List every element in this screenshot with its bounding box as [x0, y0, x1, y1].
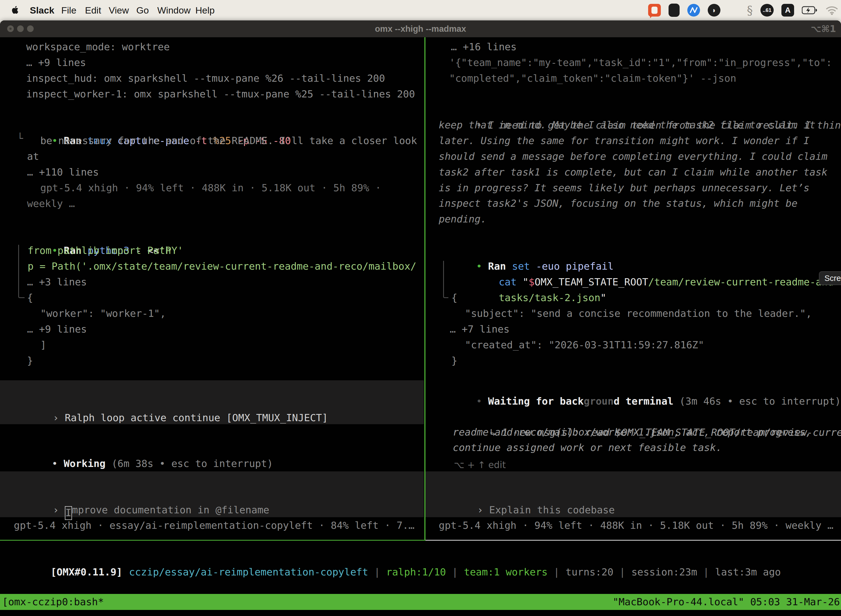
- output-connector-line: [18, 245, 25, 298]
- model-status-left: gpt-5.4 xhigh · essay/ai-reimplementatio…: [14, 518, 415, 533]
- pane-border-right: [425, 540, 841, 541]
- menu-item-help[interactable]: Help: [195, 0, 215, 21]
- wifi-icon[interactable]: [826, 6, 838, 15]
- apple-menu-icon[interactable]: [12, 5, 19, 16]
- command-output: be necessary for the end of the README. …: [40, 133, 417, 148]
- model-status-right: gpt-5.4 xhigh · 94% left · 488K in · 5.1…: [439, 518, 833, 533]
- shimmer-text: groun: [584, 396, 614, 407]
- log-line-inspect-worker: inspect_worker-1: omx sparkshell --tmux-…: [26, 86, 415, 102]
- menu-item-file[interactable]: File: [61, 0, 76, 21]
- collapsed-lines-indicator[interactable]: … +9 lines: [26, 55, 86, 70]
- thinking-text: pending.: [439, 211, 486, 227]
- session-duration: session:23m: [631, 566, 697, 578]
- json-output: "created_at": "2026-03-31T11:59:27.816Z": [465, 337, 704, 353]
- window-title: omx --xhigh --madmax: [0, 21, 841, 37]
- title-bar[interactable]: omx --xhigh --madmax ⌥⌘1: [0, 21, 841, 38]
- token-usage-line: gpt-5.4 xhigh · 94% left · 488K in · 5.1…: [40, 180, 381, 196]
- edit-hint: ⌥ + ↑ edit: [454, 457, 506, 473]
- file-path: /team/review-current-readme-and-reco/: [648, 276, 841, 287]
- collapsed-lines-indicator[interactable]: … +9 lines: [27, 321, 87, 337]
- authenticator-icon[interactable]: [668, 4, 680, 17]
- prompt-chevron-icon: ›: [53, 504, 64, 516]
- command-json-arg: '{"team_name":"my-team","task_id":"1","f…: [449, 55, 832, 70]
- menu-bar-status-icons: ◗ § ..61 A: [648, 0, 838, 21]
- tooltip-text: Scre: [825, 274, 841, 283]
- chevron-icon: ›: [53, 412, 64, 423]
- thinking-text: should send a message before completing …: [439, 148, 828, 164]
- omx-project-path: cczip/essay/ai-reimplementation-copyleft: [129, 566, 368, 578]
- command-output: at: [27, 148, 39, 164]
- working-label: Working: [64, 458, 105, 469]
- desktop: Slack File Edit View Go Window Help ◗ § …: [0, 0, 841, 616]
- heredoc-code: from pathlib import Path: [28, 243, 171, 258]
- mailbox-message: readme-and-reco/mailbox/worker-1.json, a…: [453, 424, 812, 440]
- pane-border-left: [0, 540, 424, 541]
- token-usage-line: weekly …: [27, 196, 75, 211]
- prompt-placeholder: mprove documentation in @filename: [72, 504, 269, 516]
- menu-bar: Slack File Edit View Go Window Help ◗ § …: [0, 0, 841, 21]
- screenshot-app-icon[interactable]: [648, 4, 661, 16]
- menu-item-view[interactable]: View: [109, 0, 129, 21]
- log-line-workspace-mode: workspace_mode: worktree: [26, 39, 170, 55]
- terminal-content: workspace_mode: worktree … +9 lines insp…: [0, 37, 841, 616]
- menu-item-edit[interactable]: Edit: [85, 0, 101, 21]
- json-output: {: [27, 290, 33, 305]
- json-output: "worker": "worker-1",: [40, 305, 166, 321]
- waiting-meta: (3m 46s • esc to interrupt): [674, 396, 841, 407]
- tmux-session-name[interactable]: [omx-cczip0:bash*: [2, 594, 104, 610]
- status-bullet-icon: •: [51, 458, 63, 469]
- menu-item-go[interactable]: Go: [136, 0, 149, 21]
- moon-icon[interactable]: ◗: [708, 4, 721, 16]
- output-connector-line: [443, 261, 448, 298]
- omx-status-line: [OMX#0.11.9]cczip/essay/ai-reimplementat…: [3, 549, 781, 595]
- menu-item-window[interactable]: Window: [157, 0, 190, 21]
- team-workers: team:1 workers: [464, 566, 547, 578]
- thinking-text: inspect task2's JSON, focusing on the st…: [439, 195, 797, 211]
- grid-icon[interactable]: [728, 5, 739, 16]
- battery-icon[interactable]: [802, 6, 818, 14]
- squiggle-icon[interactable]: §: [747, 4, 753, 17]
- heredoc-code: p = Path('.omx/state/team/review-current…: [28, 258, 416, 274]
- json-output: }: [451, 353, 457, 368]
- mailbox-message: continue assigned work or next feasible …: [453, 440, 722, 455]
- window-shortcut-hint: ⌥⌘1: [811, 21, 836, 37]
- status-bullet-icon: •: [476, 396, 488, 407]
- menu-app-name[interactable]: Slack: [30, 0, 54, 21]
- usage-badge-icon[interactable]: ..61: [760, 4, 774, 16]
- input-source-icon[interactable]: A: [781, 4, 794, 16]
- json-output: ]: [40, 337, 46, 353]
- collapsed-lines-indicator[interactable]: … +110 lines: [27, 164, 99, 180]
- collapsed-lines-indicator[interactable]: … +3 lines: [27, 274, 87, 290]
- tmux-status-bar: [omx-cczip0:bash* "MacBook-Pro-44.local"…: [0, 594, 841, 610]
- sync-badge-icon[interactable]: [687, 4, 700, 16]
- json-output: }: [27, 353, 33, 368]
- terminal-window: omx --xhigh --madmax ⌥⌘1 workspace_mode:…: [0, 21, 841, 616]
- output-corner-icon: └: [17, 131, 23, 146]
- tmux-host-clock: "MacBook-Pro-44.local" 05:03 31-Mar-26: [612, 594, 840, 610]
- command-json-arg: "completed","claim_token":"claim-token"}…: [449, 70, 736, 86]
- ralph-loop-banner-text: › Ralph loop active continue [OMX_TMUX_I…: [5, 394, 328, 441]
- collapsed-lines-indicator[interactable]: … +16 lines: [451, 39, 517, 55]
- screenshot-tooltip: Scre: [819, 271, 841, 285]
- ralph-counter: ralph:1/10: [386, 566, 446, 578]
- thinking-text: is in progress? It seems likely but perh…: [439, 180, 810, 196]
- file-path: tasks/task-2.json: [498, 292, 600, 303]
- json-output: "subject": "send a concise recommendatio…: [465, 305, 812, 321]
- thinking-text: task2 after task1 is complete, but can I…: [439, 164, 828, 180]
- last-activity: last:3m ago: [715, 566, 781, 578]
- pane-divider[interactable]: [424, 37, 425, 541]
- log-line-inspect-hud: inspect_hud: omx sparkshell --tmux-pane …: [26, 70, 385, 86]
- collapsed-lines-indicator[interactable]: … +7 lines: [450, 321, 510, 337]
- prompt-placeholder: Explain this codebase: [489, 504, 615, 516]
- thinking-text: later. Using the same for transition mig…: [439, 133, 810, 148]
- prompt-chevron-icon: ›: [477, 504, 489, 516]
- json-output: {: [451, 290, 457, 305]
- working-meta: (6m 38s • esc to interrupt): [105, 458, 273, 469]
- omx-version: [OMX#0.11.9]: [50, 566, 129, 578]
- turns-counter: turns:20: [566, 566, 613, 578]
- thinking-text: keep that in mind. Maybe I also need the…: [439, 117, 815, 133]
